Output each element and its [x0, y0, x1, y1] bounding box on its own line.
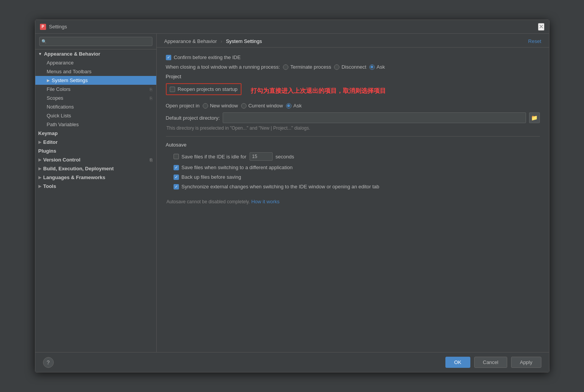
- autosave-note-row: Autosave cannot be disabled completely. …: [166, 199, 540, 204]
- sidebar-item-system-settings[interactable]: ▶ System Settings: [35, 76, 156, 85]
- backup-cb[interactable]: [174, 175, 179, 180]
- sidebar-item-appearance[interactable]: Appearance: [35, 58, 156, 67]
- radio-terminate[interactable]: Terminate process: [283, 64, 331, 70]
- sidebar-item-keymap[interactable]: Keymap: [35, 129, 156, 138]
- radio-disconnect-btn[interactable]: [334, 64, 339, 70]
- save-idle-cb[interactable]: [174, 154, 179, 159]
- copy-icon: ⎘: [150, 96, 152, 100]
- sidebar-item-plugins[interactable]: Plugins: [35, 147, 156, 155]
- sidebar-item-notifications[interactable]: Notifications: [35, 102, 156, 111]
- sidebar-item-version-control[interactable]: ▶ Version Control ⎘: [35, 155, 156, 164]
- chevron-icon: ▶: [47, 78, 50, 82]
- ok-button[interactable]: OK: [445, 357, 470, 368]
- radio-new-window[interactable]: New window: [203, 103, 238, 109]
- save-switch-row: Save files when switching to a different…: [166, 165, 540, 170]
- autosave-section-title: Autosave: [166, 142, 540, 148]
- radio-ask-process-btn[interactable]: [369, 64, 375, 70]
- confirm-exit-checkbox[interactable]: Confirm before exiting the IDE: [166, 54, 241, 60]
- close-button[interactable]: ✕: [538, 23, 544, 31]
- radio-ask-project[interactable]: Ask: [286, 103, 302, 109]
- save-idle-input[interactable]: [250, 152, 273, 161]
- search-input[interactable]: [39, 37, 152, 46]
- open-project-row: Open project in New window Current windo…: [166, 103, 540, 109]
- sidebar-item-editor[interactable]: ▶ Editor: [35, 138, 156, 147]
- reopen-projects-row: Reopen projects on startup 打勾为直接进入上次退出的项…: [166, 83, 540, 99]
- default-dir-input[interactable]: [223, 112, 526, 123]
- chevron-icon: ▶: [38, 140, 41, 144]
- sync-external-row: Synchronize external changes when switch…: [166, 184, 540, 189]
- save-switch-checkbox[interactable]: Save files when switching to a different…: [174, 165, 293, 170]
- reopen-checkbox[interactable]: Reopen projects on startup: [170, 86, 238, 92]
- radio-new-window-btn[interactable]: [203, 103, 208, 109]
- copy-icon: ⎘: [150, 158, 152, 162]
- copy-icon: ⎘: [150, 87, 152, 92]
- chevron-icon: ▶: [38, 158, 41, 162]
- settings-dialog: P Settings ✕ 🔍 ▼ Appearance & Behavior A…: [35, 20, 549, 372]
- sidebar-item-path-variables[interactable]: Path Variables: [35, 120, 156, 129]
- chevron-icon: ▶: [38, 175, 41, 180]
- help-button[interactable]: ?: [43, 357, 54, 368]
- sidebar-item-appearance-behavior[interactable]: ▼ Appearance & Behavior: [35, 49, 156, 58]
- save-idle-row: Save files if the IDE is idle for second…: [166, 152, 540, 161]
- browse-dir-button[interactable]: 📁: [529, 112, 540, 123]
- sidebar: 🔍 ▼ Appearance & Behavior Appearance Men…: [35, 34, 157, 352]
- sidebar-item-file-colors[interactable]: File Colors ⎘: [35, 85, 156, 94]
- apply-button[interactable]: Apply: [511, 357, 541, 368]
- sidebar-item-scopes[interactable]: Scopes ⎘: [35, 94, 156, 102]
- reopen-box: Reopen projects on startup: [166, 83, 242, 95]
- divider: [166, 136, 540, 137]
- panel-header: Appearance & Behavior › System Settings …: [157, 34, 549, 48]
- sidebar-item-languages-frameworks[interactable]: ▶ Languages & Frameworks: [35, 173, 156, 182]
- radio-current-window[interactable]: Current window: [241, 103, 283, 109]
- panel-content: Confirm before exiting the IDE When clos…: [157, 48, 549, 352]
- sidebar-item-menus-toolbars[interactable]: Menus and Toolbars: [35, 67, 156, 76]
- dialog-body: 🔍 ▼ Appearance & Behavior Appearance Men…: [35, 34, 549, 352]
- save-switch-cb[interactable]: [174, 165, 179, 170]
- radio-disconnect[interactable]: Disconnect: [334, 64, 366, 70]
- sidebar-item-quick-lists[interactable]: Quick Lists: [35, 111, 156, 120]
- radio-current-window-btn[interactable]: [241, 103, 247, 109]
- cancel-button[interactable]: Cancel: [474, 357, 507, 368]
- search-icon: 🔍: [41, 39, 47, 44]
- footer-left: ?: [43, 357, 54, 368]
- backup-row: Back up files before saving: [166, 174, 540, 180]
- radio-ask-process[interactable]: Ask: [369, 64, 385, 70]
- app-icon: P: [40, 24, 46, 30]
- title-bar: P Settings ✕: [35, 20, 549, 34]
- chevron-icon: ▼: [38, 52, 42, 56]
- annotation-text: 打勾为直接进入上次退出的项目，取消则选择项目: [251, 87, 386, 95]
- sync-external-cb[interactable]: [174, 184, 179, 189]
- sidebar-item-build-execution[interactable]: ▶ Build, Execution, Deployment: [35, 164, 156, 173]
- chevron-icon: ▶: [38, 166, 41, 171]
- reopen-cb[interactable]: [170, 87, 175, 92]
- breadcrumb: Appearance & Behavior › System Settings: [164, 38, 262, 44]
- confirm-exit-cb[interactable]: [166, 55, 171, 60]
- closing-tool-window-row: When closing a tool window with a runnin…: [166, 64, 540, 70]
- save-idle-checkbox[interactable]: Save files if the IDE is idle for: [174, 154, 247, 160]
- dialog-title: Settings: [49, 24, 67, 30]
- how-it-works-link[interactable]: How it works: [251, 199, 280, 204]
- backup-checkbox[interactable]: Back up files before saving: [174, 174, 241, 180]
- dir-hint: This directory is preselected in "Open..…: [166, 125, 540, 131]
- dialog-footer: ? OK Cancel Apply: [35, 352, 549, 372]
- radio-terminate-btn[interactable]: [283, 64, 288, 70]
- reset-button[interactable]: Reset: [528, 38, 541, 44]
- default-dir-row: Default project directory: 📁: [166, 112, 540, 123]
- radio-ask-project-btn[interactable]: [286, 103, 291, 109]
- sidebar-item-tools[interactable]: ▶ Tools: [35, 182, 156, 191]
- breadcrumb-separator: ›: [220, 38, 222, 44]
- chevron-icon: ▶: [38, 184, 41, 188]
- main-panel: Appearance & Behavior › System Settings …: [157, 34, 549, 352]
- confirm-exit-row: Confirm before exiting the IDE: [166, 54, 540, 60]
- project-section-title: Project: [166, 74, 540, 79]
- search-box: 🔍: [35, 34, 156, 49]
- sync-external-checkbox[interactable]: Synchronize external changes when switch…: [174, 184, 379, 189]
